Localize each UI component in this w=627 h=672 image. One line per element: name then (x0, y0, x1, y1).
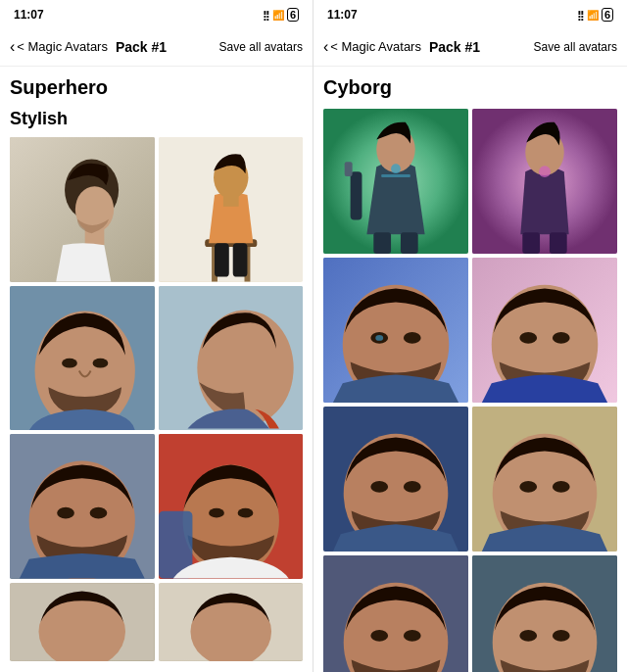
right-image-grid-row1 (323, 109, 617, 254)
left-save-all-button[interactable]: Save all avatars (219, 40, 303, 54)
right-image-1[interactable] (323, 109, 468, 254)
svg-rect-35 (401, 232, 418, 254)
right-image-6[interactable] (472, 407, 617, 552)
left-nav-bar: ‹ < Magic Avatars Pack #1 Save all avata… (0, 27, 313, 67)
right-image-grid-row4 (323, 555, 617, 672)
left-image-1[interactable] (10, 137, 155, 282)
right-image-2[interactable] (472, 109, 617, 254)
svg-point-18 (197, 310, 293, 425)
right-section-title: Cyborg (323, 76, 617, 99)
svg-point-44 (539, 166, 551, 177)
right-image-grid-row3 (323, 407, 617, 552)
right-image-8[interactable] (472, 555, 617, 672)
left-section-title: Superhero (10, 76, 303, 99)
left-back-button[interactable]: ‹ < Magic Avatars (10, 38, 108, 56)
right-phone-panel: 11:07 ⣿ 📶 6 ‹ < Magic Avatars Pack #1 Sa… (314, 0, 627, 672)
svg-point-25 (209, 508, 224, 518)
svg-point-16 (93, 358, 109, 367)
left-content: Superhero Stylish (0, 67, 313, 672)
left-status-icons: ⣿ 📶 6 (263, 8, 299, 22)
right-back-arrow-icon: ‹ (323, 38, 328, 56)
svg-rect-11 (215, 243, 229, 276)
right-nav-bar: ‹ < Magic Avatars Pack #1 Save all avata… (314, 27, 627, 67)
right-image-5[interactable] (323, 407, 468, 552)
svg-point-15 (62, 358, 77, 367)
left-back-label: < Magic Avatars (17, 39, 108, 54)
svg-rect-37 (345, 162, 353, 176)
svg-point-21 (57, 507, 74, 519)
left-image-2[interactable] (159, 137, 304, 282)
right-status-time: 11:07 (327, 8, 358, 22)
svg-point-48 (404, 332, 421, 344)
left-image-grid-row3 (10, 434, 303, 579)
svg-rect-34 (373, 232, 391, 254)
left-image-7[interactable] (10, 583, 155, 661)
left-image-5[interactable] (10, 434, 155, 579)
svg-point-60 (519, 481, 537, 493)
right-back-button[interactable]: ‹ < Magic Avatars (323, 38, 421, 56)
svg-point-38 (391, 164, 401, 173)
svg-point-52 (519, 332, 537, 344)
svg-point-56 (370, 481, 388, 493)
left-sub-title: Stylish (10, 109, 303, 129)
svg-point-68 (519, 630, 537, 642)
right-save-all-button[interactable]: Save all avatars (534, 40, 617, 54)
svg-point-64 (370, 630, 388, 642)
svg-point-61 (553, 481, 570, 493)
svg-rect-10 (222, 195, 238, 207)
svg-rect-39 (381, 174, 410, 177)
left-back-arrow-icon: ‹ (10, 38, 15, 56)
left-pack-label: Pack #1 (116, 39, 167, 55)
svg-rect-43 (550, 232, 567, 254)
right-status-icons: ⣿ 📶 6 (577, 8, 613, 22)
left-image-6[interactable] (159, 434, 304, 579)
left-status-bar: 11:07 ⣿ 📶 6 (0, 0, 313, 27)
left-status-time: 11:07 (14, 8, 44, 22)
right-content: Cyborg (314, 67, 627, 672)
svg-point-22 (90, 507, 108, 519)
left-image-3[interactable] (10, 286, 155, 431)
right-image-grid-row2 (323, 258, 617, 403)
svg-rect-42 (522, 232, 540, 254)
left-image-grid-row1 (10, 137, 303, 282)
right-back-label: < Magic Avatars (330, 39, 421, 54)
svg-rect-36 (351, 171, 362, 219)
right-status-bar: 11:07 ⣿ 📶 6 (314, 0, 627, 27)
right-pack-label: Pack #1 (429, 39, 480, 55)
left-image-8[interactable] (159, 583, 304, 661)
left-image-grid-row2 (10, 286, 303, 431)
left-image-grid-row4 (10, 583, 303, 661)
svg-rect-12 (232, 243, 247, 276)
right-image-3[interactable] (323, 258, 468, 403)
svg-point-69 (553, 630, 570, 642)
right-image-4[interactable] (472, 258, 617, 403)
svg-point-26 (237, 508, 253, 518)
svg-point-57 (404, 481, 421, 493)
svg-point-65 (404, 630, 421, 642)
left-image-4[interactable] (159, 286, 304, 431)
svg-point-53 (553, 332, 570, 344)
svg-point-49 (375, 335, 383, 341)
left-phone-panel: 11:07 ⣿ 📶 6 ‹ < Magic Avatars Pack #1 Sa… (0, 0, 314, 672)
right-image-7[interactable] (323, 555, 468, 672)
